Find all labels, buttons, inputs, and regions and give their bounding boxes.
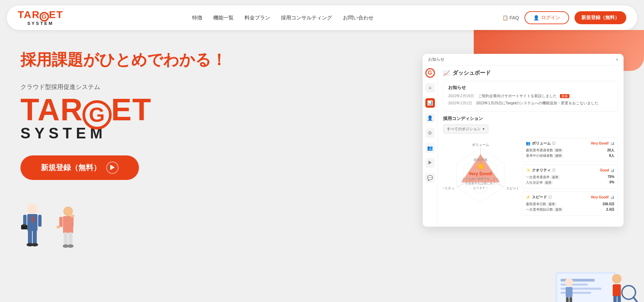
svg-rect-20 [57,226,60,228]
logo-target-text: TARGET [18,10,63,21]
sidebar-icon-chat[interactable]: 💬 [425,173,435,183]
people-illustration [20,200,412,255]
hero-left: 採用課題がひとめでわかる！ クラウド型採用促進システム TARGET SYSTE… [20,37,412,302]
speed-badge: Very Good! 📊 [591,195,614,199]
speed-icon: ⚡ [526,195,531,199]
svg-point-6 [31,243,38,246]
hero-logo-g: G [82,100,112,130]
svg-point-43 [565,278,573,286]
metrics-panel: 👥 ボリューム ⓘ Very Good! 📊 [522,138,618,218]
metric-quality-name: ✨ クオリティ ⓘ [526,168,555,173]
arrow-icon: ▶ [106,162,119,174]
volume-status-icon: 📊 [610,141,614,145]
metric-speed-header: ⚡ スピード ⓘ Very Good! 📊 [526,195,614,200]
nav-features[interactable]: 特徴 [192,15,202,21]
radar-chart: ボリューム スピード クオリティ 総合評価 ☀️ Very Good! とても良… [443,138,518,213]
svg-rect-15 [68,232,73,245]
nav-consulting[interactable]: 採用コンサルティング [281,15,332,21]
svg-rect-44 [566,287,572,297]
condition-section: 採用コンディション すべてのポジション ▾ [443,116,618,218]
quality-icon: ✨ [526,168,531,172]
sidebar-icon-menu[interactable]: ≡ [425,83,435,93]
faq-icon: 📋 [502,15,508,20]
g-logo-sidebar: G [425,68,435,78]
svg-rect-41 [613,296,617,302]
quality-badge: Good 📊 [600,168,614,172]
tech-illustration [535,245,644,302]
metric-volume: 👥 ボリューム ⓘ Very Good! 📊 [522,138,618,162]
hero-sub-label: クラウド型採用促進システム [20,83,412,91]
quality-status-icon: 📊 [610,168,614,172]
sidebar-icon-play[interactable]: ▶ [425,158,435,168]
person-icon: 👤 [533,15,539,20]
header-actions: 📋 FAQ 👤 ログイン 新規登録（無料） [502,11,626,24]
svg-rect-3 [28,230,32,244]
login-button[interactable]: 👤 ログイン [524,11,569,24]
quality-row-2: 入社決定率 基準 0% [526,180,614,185]
register-button-header[interactable]: 新規登録（無料） [575,11,626,24]
sidebar-icon-settings[interactable]: ⚙ [425,128,435,138]
svg-point-0 [27,204,37,214]
svg-rect-42 [617,296,621,302]
speed-info-icon: ⓘ [548,195,552,200]
dashboard-mockup: お知らせ ▾ G ≡ 📊 👤 ⚙ 👥 ▶ 💬 📈 [423,54,624,227]
svg-line-51 [633,297,637,302]
svg-rect-36 [561,284,588,286]
hero-logo-system: SYSTEM [20,125,412,142]
svg-rect-38 [561,292,591,294]
sidebar-icon-users[interactable]: 👤 [425,113,435,123]
register-button-hero[interactable]: 新規登録（無料） ▶ [20,155,139,180]
svg-rect-18 [59,217,63,227]
svg-text:クオリティ: クオリティ [443,186,455,190]
svg-rect-45 [566,297,569,302]
notice-text-1: ご契約企業向けサポートサイトを新設しました 新着 [478,93,569,99]
svg-text:ボリューム: ボリューム [472,143,489,147]
svg-text:スピード: スピード [506,186,518,190]
metric-volume-header: 👥 ボリューム ⓘ Very Good! 📊 [526,141,614,146]
dash-title: 📈 ダッシュボード [443,70,618,77]
logo: TARGET SYSTEM [18,10,63,26]
speed-status-icon: 📊 [610,195,614,199]
header: TARGET SYSTEM 特徴 機能一覧 料金プラン 採用コンサルティング お… [7,5,637,30]
svg-rect-14 [64,232,68,245]
person-casual-svg [51,204,82,255]
sidebar-icon-dashboard[interactable]: 📊 [425,98,435,108]
nav-contact[interactable]: お問い合わせ [343,15,374,21]
svg-rect-46 [569,297,572,302]
metric-volume-name: 👥 ボリューム ⓘ [526,141,555,146]
volume-row-1: 書類選考通過者数 標準 20人 [526,148,614,153]
volume-info-icon: ⓘ [552,141,555,146]
speed-row-1: 書類選考日数 基準 106.5日 [526,202,614,207]
dash-notice-header: お知らせ ▾ [423,54,624,65]
person-suit-svg [20,200,54,255]
notice-row-2: 2022年2月1日 2022年1月25日にTargetのシステムへの機能追加・変… [448,101,613,106]
volume-badge: Very Good! 📊 [591,141,614,145]
dashboard-body: G ≡ 📊 👤 ⚙ 👥 ▶ 💬 📈 ダッシュボード [423,65,624,227]
hero-tagline: 採用課題がひとめでわかる！ [20,50,412,69]
dash-main-content: 📈 ダッシュボード お知らせ 2022年2月16日 ご契約企業向けサポートサイト… [438,65,624,227]
metric-quality: ✨ クオリティ ⓘ Good 📊 [522,165,618,189]
filter-chevron-icon: ▾ [483,127,485,131]
radar-center-label: 総合評価 ☀️ Very Good! とても良い状態です。さらを改善すれば更に良… [462,157,499,190]
hero-logo-big: TARGET SYSTEM [20,94,412,142]
condition-filter[interactable]: すべてのポジション ▾ [443,124,488,134]
notice-header-label: お知らせ [428,57,444,62]
svg-rect-19 [70,217,74,227]
quality-info-icon: ⓘ [552,168,555,173]
svg-rect-40 [613,284,621,297]
hero-section: 採用課題がひとめでわかる！ クラウド型採用促進システム TARGET SYSTE… [0,37,644,302]
speed-row-2: 一次選考開始日数 基準 2.4日 [526,207,614,212]
svg-point-39 [612,274,622,284]
hero-right: お知らせ ▾ G ≡ 📊 👤 ⚙ 👥 ▶ 💬 📈 [412,37,624,302]
condition-body: ボリューム スピード クオリティ 総合評価 ☀️ Very Good! とても良… [443,138,618,218]
chevron-down-icon: ▾ [616,57,618,62]
svg-point-11 [63,207,73,216]
sidebar-icon-group[interactable]: 👥 [425,143,435,153]
nav-pricing[interactable]: 料金プラン [245,15,270,21]
nav-functions[interactable]: 機能一覧 [213,15,234,21]
svg-rect-4 [33,230,37,244]
volume-icon: 👥 [526,141,531,146]
notice-section: お知らせ 2022年2月16日 ご契約企業向けサポートサイトを新設しました 新着… [443,81,618,111]
tech-illustration-svg [535,245,644,302]
faq-link[interactable]: 📋 FAQ [502,15,519,20]
